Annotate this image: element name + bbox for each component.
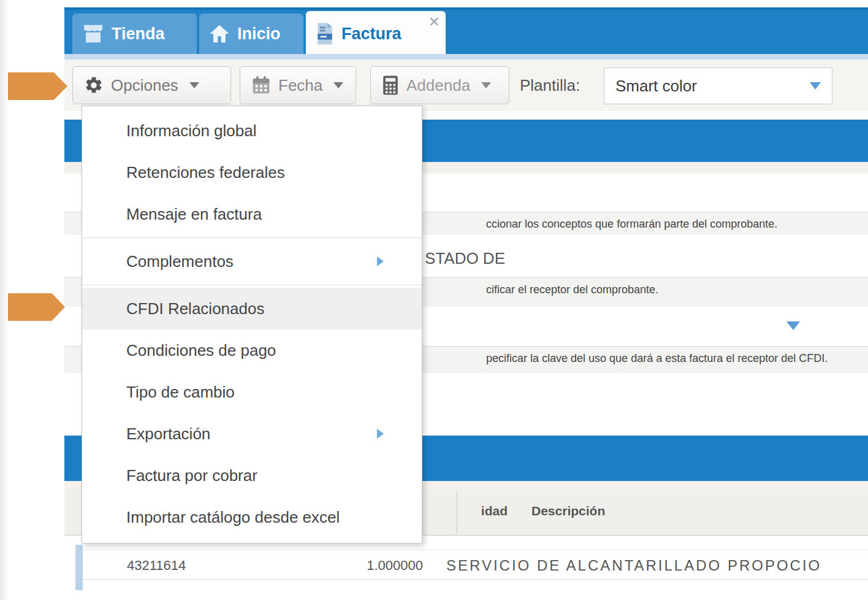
tab-factura[interactable]: Factura × <box>306 11 446 56</box>
client-name-text: STADO DE <box>425 249 505 268</box>
menu-item-cfdi-relacionados[interactable]: CFDI Relacionados <box>82 288 422 329</box>
annotation-arrow-opciones <box>8 72 67 100</box>
table-header-cantidad: idad <box>432 504 508 518</box>
menu-item-label: Retenciones federales <box>126 163 285 182</box>
menu-item-exportacion[interactable]: Exportación <box>82 413 422 455</box>
select-caret-icon <box>786 321 800 330</box>
uso-cfdi-hint-text: pecificar la clave del uso que dará a es… <box>486 352 828 365</box>
addenda-label: Addenda <box>406 76 470 95</box>
menu-item-label: Información global <box>126 121 256 140</box>
invoice-document-icon <box>316 22 334 45</box>
table-header-descripcion: Descripción <box>531 504 605 518</box>
cell-clave: 43211614 <box>127 558 186 574</box>
plantilla-select[interactable]: Smart color <box>604 67 832 104</box>
table-column-divider <box>457 491 457 534</box>
submenu-arrow-icon <box>377 429 384 439</box>
menu-item-tipo-de-cambio[interactable]: Tipo de cambio <box>82 371 422 413</box>
addenda-button[interactable]: Addenda <box>370 66 509 104</box>
menu-item-retenciones-federales[interactable]: Retenciones federales <box>82 152 422 193</box>
chevron-down-icon <box>189 82 199 88</box>
receptor-hint-text: cificar el receptor del comprobante. <box>486 283 658 296</box>
calculator-icon <box>382 75 399 96</box>
tab-bar: Tienda Inicio Factura <box>64 7 868 54</box>
menu-item-label: Mensaje en factura <box>126 205 262 223</box>
tab-bar-bottom-strip <box>64 54 868 60</box>
fecha-label: Fecha <box>278 76 322 95</box>
menu-item-label: CFDI Relacionados <box>126 299 264 318</box>
chevron-down-icon <box>481 82 491 88</box>
store-icon <box>82 24 104 44</box>
plantilla-selected-value: Smart color <box>615 77 810 96</box>
panel-left-edge-strip <box>75 545 83 590</box>
menu-item-condiciones-de-pago[interactable]: Condiciones de pago <box>82 329 422 371</box>
menu-item-label: Tipo de cambio <box>126 383 235 401</box>
submenu-arrow-icon <box>377 256 384 266</box>
menu-item-label: Complementos <box>126 252 234 271</box>
tab-inicio[interactable]: Inicio <box>199 13 303 54</box>
fecha-button[interactable]: Fecha <box>240 66 356 104</box>
chevron-down-icon <box>333 82 343 88</box>
cell-descripcion: SERVICIO DE ALCANTARILLADO PROPOCIO <box>446 557 821 574</box>
table-row[interactable]: 43211614 1.000000 SERVICIO DE ALCANTARIL… <box>83 550 868 580</box>
menu-separator <box>82 237 422 238</box>
menu-item-label: Condiciones de pago <box>126 341 276 360</box>
app-screen: Tienda Inicio Factura <box>0 0 868 600</box>
menu-item-label: Importar catálogo desde excel <box>126 508 340 526</box>
page-left-edge <box>0 0 7 600</box>
tab-tienda[interactable]: Tienda <box>72 13 197 54</box>
menu-item-factura-por-cobrar[interactable]: Factura por cobrar <box>82 455 422 496</box>
tab-close-icon[interactable]: × <box>428 12 440 31</box>
opciones-label: Opciones <box>111 76 178 95</box>
cell-cantidad: 1.000000 <box>331 558 423 574</box>
home-icon <box>209 24 230 44</box>
annotation-arrow-cfdi-relacionados <box>8 293 65 321</box>
menu-item-complementos[interactable]: Complementos <box>82 240 422 282</box>
gear-icon <box>84 75 104 95</box>
menu-item-label: Exportación <box>126 425 210 443</box>
menu-item-mensaje-en-factura[interactable]: Mensaje en factura <box>82 193 422 235</box>
menu-item-label: Factura por cobrar <box>126 466 257 485</box>
menu-item-informacion-global[interactable]: Información global <box>82 110 422 152</box>
calendar-icon <box>251 75 271 95</box>
conceptos-hint-text: ccionar los conceptos que formarán parte… <box>486 218 777 231</box>
opciones-dropdown-menu: Información global Retenciones federales… <box>82 106 422 544</box>
opciones-button[interactable]: Opciones <box>72 66 231 104</box>
menu-separator <box>82 285 422 285</box>
tab-inicio-label: Inicio <box>237 25 281 44</box>
menu-item-importar-catalogo[interactable]: Importar catálogo desde excel <box>82 496 422 538</box>
plantilla-label: Plantilla: <box>520 76 580 95</box>
tab-tienda-label: Tienda <box>112 25 165 44</box>
select-caret-icon <box>810 82 821 90</box>
tab-factura-label: Factura <box>341 25 402 44</box>
